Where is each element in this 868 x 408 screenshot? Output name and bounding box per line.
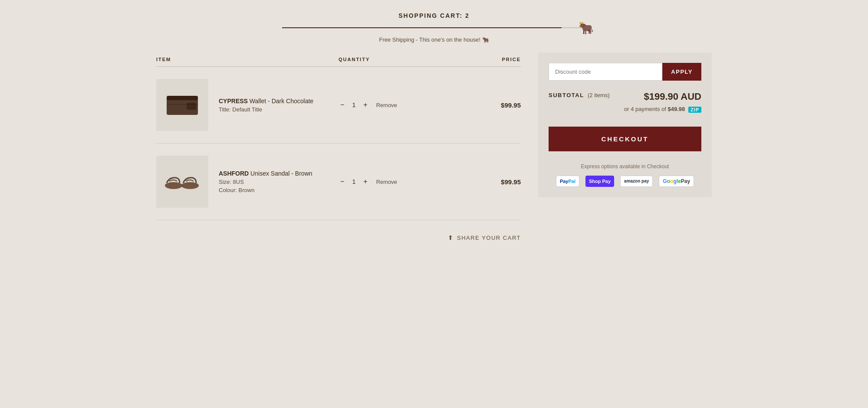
- qty-value-2: 1: [350, 178, 357, 185]
- item-price-1: $99.95: [430, 101, 521, 109]
- item-image-wallet: [156, 79, 208, 131]
- wallet-image-svg: [165, 92, 200, 118]
- checkout-button[interactable]: CHECKOUT: [549, 127, 701, 151]
- table-row: ASHFORD Unisex Sandal - Brown Size: 8US …: [156, 144, 521, 220]
- col-header-quantity: QUANTITY: [339, 57, 430, 62]
- free-shipping-message: Free Shipping - This one's on the house!…: [0, 29, 868, 52]
- express-options-label: Express options available in Checkout: [549, 163, 701, 170]
- share-icon: ⬆: [448, 234, 454, 241]
- svg-point-5: [165, 182, 182, 189]
- svg-point-6: [181, 182, 199, 189]
- page-title: SHOPPING CART: 2: [0, 12, 868, 19]
- cart-item-info-1: CYPRESS Wallet - Dark Chocolate Title: D…: [156, 79, 339, 131]
- item-meta-size: Size: 8US: [219, 179, 312, 185]
- qty-value-1: 1: [350, 101, 357, 108]
- remove-link-1[interactable]: Remove: [376, 102, 397, 108]
- progress-bar-fill: [282, 27, 562, 28]
- col-header-item: ITEM: [156, 57, 339, 62]
- amazonpay-icon: amazon pay: [620, 176, 653, 187]
- qty-decrease-1[interactable]: −: [339, 101, 346, 109]
- main-content: ITEM QUANTITY PRICE: [130, 52, 738, 241]
- shoppay-icon: Shop Pay: [585, 176, 614, 187]
- table-row: CYPRESS Wallet - Dark Chocolate Title: D…: [156, 67, 521, 144]
- subtotal-row: SUBTOTAL (2 items) $199.90 AUD: [549, 91, 701, 102]
- discount-code-input[interactable]: [549, 63, 662, 81]
- share-cart-label: SHARE YOUR CART: [457, 235, 521, 241]
- item-name-2: ASHFORD Unisex Sandal - Brown: [219, 170, 312, 177]
- cart-table-header: ITEM QUANTITY PRICE: [156, 52, 521, 67]
- googlepay-icon: G o o g le Pay: [659, 176, 694, 187]
- bull-icon: 🐂: [579, 21, 594, 35]
- item-brand-1: CYPRESS: [219, 98, 248, 104]
- zip-logo: ZIP: [688, 107, 701, 113]
- payment-icons: PayPal Shop Pay amazon pay G o o g le Pa…: [549, 176, 701, 187]
- quantity-control-2: − 1 + Remove: [339, 178, 430, 186]
- item-price-2: $99.95: [430, 178, 521, 186]
- cart-item-info-2: ASHFORD Unisex Sandal - Brown Size: 8US …: [156, 156, 339, 208]
- zip-text: or 4 payments of: [624, 106, 666, 112]
- paypal-icon: PayPal: [556, 176, 579, 187]
- share-cart-button[interactable]: ⬆ SHARE YOUR CART: [156, 220, 521, 241]
- svg-point-3: [188, 104, 192, 108]
- progress-bar-container: 🐂: [282, 27, 586, 29]
- discount-row: APPLY: [549, 63, 701, 81]
- item-meta-colour: Colour: Brown: [219, 187, 312, 193]
- subtotal-label: SUBTOTAL (2 items): [549, 91, 610, 99]
- apply-discount-button[interactable]: APPLY: [662, 63, 701, 81]
- qty-decrease-2[interactable]: −: [339, 178, 346, 186]
- cart-section: ITEM QUANTITY PRICE: [156, 52, 521, 241]
- header: SHOPPING CART: 2 🐂 Free Shipping - This …: [0, 0, 868, 52]
- subtotal-text: SUBTOTAL: [549, 92, 584, 98]
- col-header-price: PRICE: [430, 57, 521, 62]
- svg-rect-1: [167, 96, 198, 100]
- item-name-1: CYPRESS Wallet - Dark Chocolate: [219, 98, 313, 104]
- item-meta-1: Title: Default Title: [219, 106, 313, 113]
- qty-increase-1[interactable]: +: [362, 101, 369, 109]
- item-image-sandal: [156, 156, 208, 208]
- zip-amount: $49.98: [667, 106, 685, 112]
- subtotal-price: $199.90 AUD: [644, 91, 701, 102]
- item-details-2: ASHFORD Unisex Sandal - Brown Size: 8US …: [219, 170, 312, 193]
- sandal-image-svg: [161, 169, 204, 194]
- item-details-1: CYPRESS Wallet - Dark Chocolate Title: D…: [219, 98, 313, 113]
- qty-increase-2[interactable]: +: [362, 178, 369, 186]
- remove-link-2[interactable]: Remove: [376, 179, 397, 185]
- sidebar: APPLY SUBTOTAL (2 items) $199.90 AUD or …: [538, 52, 712, 197]
- zip-row: or 4 payments of $49.98 ZIP: [549, 106, 701, 113]
- item-brand-2: ASHFORD: [219, 170, 249, 177]
- quantity-control-1: − 1 + Remove: [339, 101, 430, 109]
- subtotal-count: (2 items): [588, 92, 610, 98]
